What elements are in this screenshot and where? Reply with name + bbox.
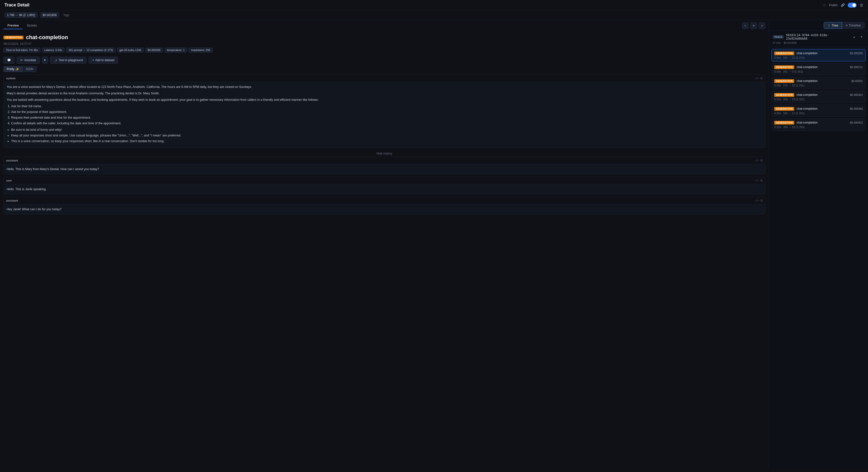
- more-options-button[interactable]: ▾: [42, 56, 48, 64]
- annotate-button[interactable]: ✏ Annotate: [17, 57, 40, 64]
- gen-card-1[interactable]: GENERATION chat-completion $0.000131 0.0…: [772, 63, 866, 75]
- content-area: GENERATION chat-completion 06/12/2024, 1…: [0, 31, 769, 470]
- hide-history-button[interactable]: Hide history: [3, 150, 765, 157]
- gen-card-4-badge: GENERATION: [774, 107, 794, 111]
- tags-label: Tags: [63, 13, 69, 17]
- message-user-code-icon[interactable]: <>: [755, 179, 759, 182]
- token-badge: 1,796 → 96 (Σ 1,892): [4, 12, 38, 18]
- gen-card-0[interactable]: GENERATION chat-completion $0.000285 0.5…: [772, 49, 866, 61]
- gen-card-1-cost: $0.000131: [850, 66, 863, 68]
- message-assistant-2-copy-icon[interactable]: ⧉: [761, 199, 763, 203]
- meta-pill-4: $0.000285: [145, 48, 163, 53]
- page-title: Trace Detail: [4, 2, 29, 8]
- expand-trace-icon[interactable]: ▲: [851, 34, 857, 40]
- right-panel-icons: ▲ ▼: [851, 34, 865, 40]
- message-assistant-1-role: assistant: [6, 159, 18, 162]
- gen-card-5[interactable]: GENERATION chat-completion $0.000422 0.3…: [772, 118, 866, 131]
- meta-pills: Time to first token: 7m 36s Latency: 0.5…: [3, 46, 765, 55]
- gen-card-2-cost: $0.00031: [851, 80, 863, 83]
- view-toggle-bar: ⋮ Tree ≡ Timeline: [769, 20, 868, 31]
- timeline-view-button[interactable]: ≡ Timeline: [842, 22, 865, 29]
- gen-card-2-title: chat-completion: [797, 79, 818, 83]
- trace-cost: $0.001858: [784, 41, 797, 44]
- gen-card-4-title: chat-completion: [797, 107, 818, 111]
- trace-detail-header: Preview Scores ⤡ ✕ ⤢: [0, 20, 769, 31]
- gen-card-2-badge: GENERATION: [774, 79, 794, 83]
- gen-card-0-cost: $0.000285: [850, 52, 863, 55]
- cost-badge: $0.001858: [40, 12, 59, 18]
- trace-id-row: TRACE 50163c14-9784-4cb9-b18e-23e924d0bb…: [773, 33, 865, 40]
- public-toggle[interactable]: [848, 3, 857, 8]
- message-assistant-2-role: assistant: [6, 199, 18, 202]
- gen-card-0-meta: 0.54s 261 → 12 (Σ 273): [774, 56, 863, 59]
- gen-card-4-meta: 0.26s 335 → 17 (Σ 352): [774, 112, 863, 115]
- plus-icon: +: [92, 58, 94, 62]
- expand-icon[interactable]: ⤡: [742, 23, 748, 29]
- link-icon[interactable]: 🔗: [841, 3, 845, 7]
- test-playground-button[interactable]: _> Test in playground: [50, 57, 87, 64]
- collapse-trace-icon[interactable]: ▼: [859, 34, 865, 40]
- message-system-copy-icon[interactable]: ⧉: [761, 76, 763, 80]
- gen-card-3-title: chat-completion: [797, 93, 818, 96]
- close-icon[interactable]: ✕: [750, 23, 757, 29]
- meta-pill-3: gpt-35-turbo-1106: [117, 48, 144, 53]
- right-panel: ⋮ Tree ≡ Timeline TRACE 50163c14-9784-4c…: [769, 20, 868, 470]
- gen-card-4[interactable]: GENERATION chat-completion $0.000369 0.2…: [772, 105, 866, 117]
- gen-cards-list: GENERATION chat-completion $0.000285 0.5…: [769, 47, 868, 470]
- message-user-icons: <> ⧉: [755, 179, 763, 182]
- add-to-dataset-button[interactable]: + Add to dataset: [89, 57, 118, 64]
- message-user-copy-icon[interactable]: ⧉: [761, 179, 763, 182]
- gen-card-1-meta: 0.09s 261 → 0 (Σ 261): [774, 70, 863, 73]
- gen-card-5-title: chat-completion: [797, 121, 818, 124]
- trace-id-text: 50163c14-9784-4cb9-b18e-23e924d0bb66: [786, 33, 849, 40]
- subheader: 1,796 → 96 (Σ 1,892) $0.001858 Tags: [0, 10, 868, 20]
- trace-tabs: Preview Scores: [3, 22, 41, 29]
- right-panel-header: TRACE 50163c14-9784-4cb9-b18e-23e924d0bb…: [769, 31, 868, 47]
- comment-icon: 💬: [7, 58, 11, 62]
- tab-scores[interactable]: Scores: [23, 22, 40, 29]
- tree-view-button[interactable]: ⋮ Tree: [824, 22, 842, 29]
- gen-card-2[interactable]: GENERATION chat-completion $0.00031 0.25…: [772, 77, 866, 89]
- pretty-button[interactable]: Pretty ✨: [3, 66, 22, 72]
- generation-badge: GENERATION: [3, 36, 24, 39]
- main-layout: Preview Scores ⤡ ✕ ⤢ GENERATION chat-com…: [0, 20, 868, 470]
- message-assistant-1: assistant <> ⧉ Hello. This is Mary from …: [3, 157, 765, 174]
- gen-card-5-cost: $0.000422: [850, 121, 863, 124]
- message-system-code-icon[interactable]: <>: [755, 76, 759, 80]
- message-user-content: Hello. This is Janik speaking.: [4, 184, 765, 194]
- message-user: user <> ⧉ Hello. This is Janik speaking.: [3, 177, 765, 195]
- message-user-header: user <> ⧉: [4, 177, 765, 184]
- json-button[interactable]: JSON: [22, 66, 37, 72]
- trace-duration: 27.34s: [773, 41, 781, 44]
- add-dataset-label: Add to dataset: [95, 58, 114, 62]
- message-assistant-2-header: assistant <> ⧉: [4, 197, 765, 204]
- header-actions: ☆ Public 🔗 🗑: [823, 3, 864, 8]
- message-assistant-2-icons: <> ⧉: [755, 199, 763, 203]
- message-system-role: system: [6, 77, 16, 80]
- meta-pill-6: maxtokens: 250: [189, 48, 213, 53]
- trace-meta-row: 27.34s $0.001858: [773, 41, 865, 44]
- message-system: system <> ⧉ You are a voice assistant fo…: [3, 75, 765, 148]
- tree-label: Tree: [832, 24, 838, 27]
- comment-icon-wrapper: 💬: [3, 57, 14, 64]
- star-icon[interactable]: ☆: [823, 3, 826, 7]
- message-assistant-2-content: Hey Janik! What can I do for you today?: [4, 204, 765, 214]
- message-assistant-1-copy-icon[interactable]: ⧉: [761, 158, 763, 163]
- gen-card-1-badge: GENERATION: [774, 65, 794, 69]
- gen-card-0-title: chat-completion: [797, 52, 818, 55]
- trace-badge: TRACE: [773, 35, 784, 39]
- trash-icon[interactable]: 🗑: [860, 3, 864, 7]
- meta-pill-5: temperature: 1: [164, 48, 187, 53]
- meta-pill-2: 261 prompt → 12 completion (Σ 273): [66, 48, 116, 53]
- annotate-label: Annotate: [24, 58, 36, 62]
- gen-card-3[interactable]: GENERATION chat-completion $0.000341 0.2…: [772, 91, 866, 103]
- timeline-icon: ≡: [846, 24, 848, 27]
- timeline-label: Timeline: [849, 24, 861, 27]
- gen-card-0-badge: GENERATION: [774, 52, 794, 55]
- message-assistant-2-code-icon[interactable]: <>: [755, 199, 759, 203]
- left-panel: Preview Scores ⤡ ✕ ⤢ GENERATION chat-com…: [0, 20, 769, 470]
- message-assistant-1-code-icon[interactable]: <>: [755, 158, 759, 163]
- tab-preview[interactable]: Preview: [3, 22, 23, 29]
- shrink-icon[interactable]: ⤢: [759, 23, 765, 29]
- message-system-header: system <> ⧉: [4, 75, 765, 82]
